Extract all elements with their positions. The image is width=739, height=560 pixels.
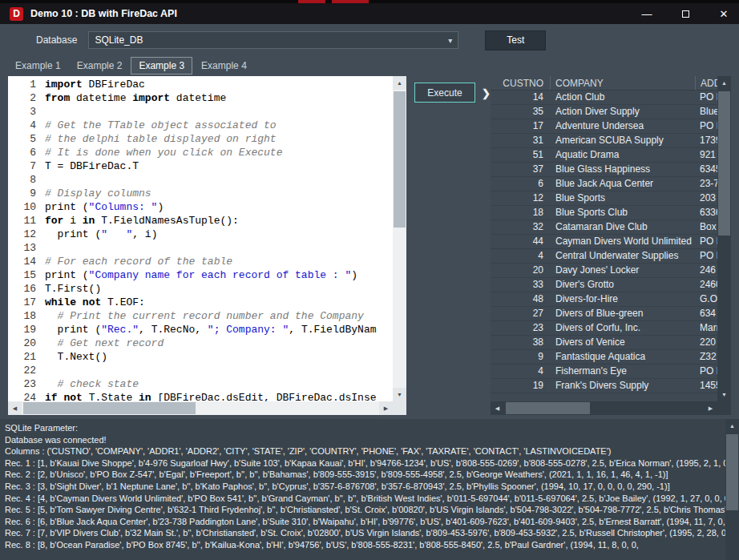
scrollbar-corner (717, 401, 731, 415)
line-number: 9 (8, 187, 45, 200)
editor-vertical-scrollbar[interactable]: ▲ ▼ (393, 76, 406, 401)
tab-example-2[interactable]: Example 2 (70, 57, 130, 75)
code-line: 22 (8, 364, 393, 377)
splitter-arrow-icon[interactable]: ❯ (482, 87, 491, 99)
grid-header-company[interactable]: COMPANY (550, 76, 695, 90)
table-row[interactable]: 31American SCUBA Supply1739 (491, 134, 717, 148)
tab-example-1[interactable]: Example 1 (8, 57, 68, 75)
line-number: 15 (8, 268, 45, 282)
table-cell: Action Diver Supply (550, 105, 695, 119)
code-line: 17while not T.EOF: (8, 296, 393, 309)
scroll-up-icon[interactable]: ▲ (725, 419, 739, 433)
grid-header-add[interactable]: ADD (695, 76, 717, 90)
table-row[interactable]: 33Diver's Grotto2460 (491, 278, 717, 292)
close-button[interactable]: ✕ (718, 8, 729, 19)
table-cell: 27 (491, 307, 550, 320)
scroll-thumb[interactable] (726, 434, 738, 510)
code-line: 8 (8, 173, 393, 187)
scroll-thumb[interactable] (718, 91, 730, 236)
table-row[interactable]: 12Blue Sports203 1 (491, 191, 717, 206)
chevron-down-icon: ▾ (448, 36, 452, 45)
table-row[interactable]: 51Aquatic Drama921 E (491, 148, 717, 163)
minimize-button[interactable]: — (641, 8, 652, 19)
code-editor[interactable]: 1import DBFireDac2from datetime import d… (8, 76, 406, 415)
table-cell: Blue Jack Aqua Center (550, 177, 695, 191)
log-line: Columns : ('CUSTNO', 'COMPANY', 'ADDR1',… (5, 445, 725, 457)
output-log-panel: SQLite Parameter:Database was connected!… (0, 419, 739, 560)
log-vertical-scrollbar[interactable]: ▲ (725, 419, 739, 560)
editor-horizontal-scrollbar[interactable]: ◀ ▶ (8, 401, 393, 415)
table-row[interactable]: 14Action ClubPO B (491, 91, 717, 105)
table-row[interactable]: 48Divers-for-HireG.O. (491, 292, 717, 307)
table-cell: 17 (491, 119, 550, 133)
table-row[interactable]: 18Blue Sports Club6336 (491, 206, 717, 220)
maximize-button[interactable] (680, 8, 691, 19)
table-cell: 634 C (695, 307, 717, 320)
customer-grid[interactable]: CUSTNO COMPANY ADD 14Action ClubPO B35Ac… (491, 76, 731, 415)
grid-header-custno[interactable]: CUSTNO (491, 76, 550, 90)
code-line: 4# Get the TTable object associated to (8, 119, 393, 132)
scroll-left-icon[interactable]: ◀ (8, 401, 22, 415)
code-line: 1import DBFireDac (8, 78, 393, 91)
table-row[interactable]: 6Blue Jack Aqua Center23-73 (491, 177, 717, 191)
table-cell: 6 (491, 177, 550, 191)
scroll-down-icon[interactable]: ▼ (393, 388, 406, 401)
table-row[interactable]: 35Action Diver SupplyBlue (491, 105, 717, 119)
scroll-up-icon[interactable]: ▲ (393, 76, 406, 90)
code-line: 20 # Get next record (8, 336, 393, 350)
table-cell: Action Club (550, 91, 695, 104)
tab-example-4[interactable]: Example 4 (194, 57, 254, 75)
table-row[interactable]: 9Fantastique AquaticaZ32 9 (491, 350, 717, 365)
table-row[interactable]: 20Davy Jones' Locker246 S (491, 264, 717, 278)
scroll-up-icon[interactable]: ▲ (717, 76, 731, 90)
table-row[interactable]: 23Divers of Corfu, Inc.Marm (491, 321, 717, 336)
table-row[interactable]: 4Central Underwater SuppliesPO B (491, 249, 717, 264)
tab-example-3[interactable]: Example 3 (131, 57, 192, 75)
table-cell: 4 (491, 249, 550, 263)
table-cell: 2460 (695, 278, 717, 292)
table-cell: Diver's Grotto (550, 278, 695, 292)
scroll-thumb[interactable] (506, 402, 590, 414)
toolbar: Database SQLite_DB ▾ Test (0, 24, 739, 56)
table-cell: American SCUBA Supply (550, 134, 695, 147)
table-cell: Blue Sports (550, 191, 695, 205)
main-area: 1import DBFireDac2from datetime import d… (0, 75, 739, 419)
scroll-thumb[interactable] (394, 91, 406, 228)
scroll-down-icon[interactable]: ▼ (717, 388, 731, 401)
execute-button[interactable]: Execute (414, 83, 475, 103)
scroll-left-icon[interactable]: ◀ (491, 401, 504, 415)
table-row[interactable]: 38Divers of Venice220 E (491, 336, 717, 350)
table-cell: Marm (695, 321, 717, 335)
code-line: 6# It is done when you click on Execute (8, 146, 393, 159)
scroll-right-icon[interactable]: ▶ (379, 401, 393, 415)
scroll-right-icon[interactable]: ▶ (704, 401, 717, 415)
table-row[interactable]: 32Catamaran Dive ClubBox 2 (491, 220, 717, 235)
line-number: 19 (8, 323, 45, 336)
table-row[interactable]: 17Adventure UnderseaPO B (491, 119, 717, 134)
grid-vertical-scrollbar[interactable]: ▲ ▼ (717, 76, 731, 401)
table-cell: Aquatic Drama (550, 148, 695, 162)
log-line: Rec. 8 : [8, b'Ocean Paradise', b'PO Box… (5, 539, 725, 551)
table-cell: 18 (491, 206, 550, 220)
code-lines[interactable]: 1import DBFireDac2from datetime import d… (8, 76, 393, 401)
table-cell: 9 (491, 350, 550, 364)
grid-horizontal-scrollbar[interactable]: ◀ ▶ (491, 401, 717, 415)
table-row[interactable]: 27Divers of Blue-green634 C (491, 307, 717, 321)
line-number: 12 (8, 228, 45, 241)
table-row[interactable]: 37Blue Glass Happiness6345 (491, 163, 717, 177)
database-combobox[interactable]: SQLite_DB ▾ (88, 31, 458, 49)
table-row[interactable]: 44Cayman Divers World UnlimitedPO B (491, 235, 717, 249)
line-number: 17 (8, 296, 45, 309)
code-line: 23 # check state (8, 377, 393, 391)
table-cell: 51 (491, 148, 550, 162)
scrollbar-corner (393, 401, 406, 415)
table-row[interactable]: 19Frank's Divers Supply1455 (491, 379, 717, 393)
code-line: 9# Display columns (8, 187, 393, 200)
line-number: 2 (8, 91, 45, 105)
table-cell: 1455 (695, 379, 717, 393)
table-cell: 14 (491, 91, 550, 104)
table-cell: Blue Glass Happiness (550, 163, 695, 176)
scroll-thumb[interactable] (23, 402, 196, 414)
test-button[interactable]: Test (485, 30, 546, 50)
table-row[interactable]: 4Fisherman's EyePO B (491, 365, 717, 379)
